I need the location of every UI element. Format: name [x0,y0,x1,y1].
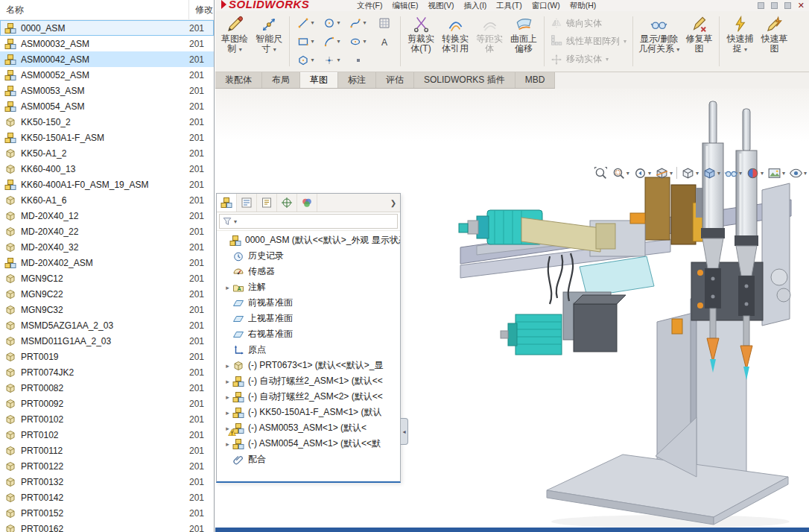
move-entities-button[interactable]: 移动实体▾ [548,51,629,69]
expand-arrow-icon[interactable]: ▸ [223,409,232,417]
dropdown-arrow-icon[interactable]: ▾ [670,170,673,177]
file-row[interactable]: PRT0019201 [0,349,214,364]
tree-item[interactable]: ▸(-) ASM0054_ASM<1> (默认<<默 [217,436,400,452]
tab-assembly[interactable]: 装配体 [215,72,262,88]
file-row[interactable]: KK60-400_13201 [0,161,214,177]
grid-hatch-tool-button[interactable] [371,13,397,32]
dropdown-arrow-icon[interactable]: ▾ [626,170,629,177]
apply-scene-button[interactable]: ▾ [767,166,785,180]
file-row[interactable]: MD-20X40_12201 [0,208,214,224]
menubar-icon[interactable] [771,2,778,9]
mirror-entities-button[interactable]: 镜向实体 [548,14,629,32]
view-orientation-button[interactable]: ▾ [681,166,699,180]
text-tool-button[interactable]: A [371,32,397,51]
menu-item[interactable]: 文件(F) [357,1,382,11]
tree-item[interactable]: ▸(-) 自动打螺丝2_ASM<1> (默认<< [217,373,400,389]
zoom-area-button[interactable]: ▾ [612,166,629,180]
tree-collapse-handle[interactable]: ◂ [401,418,408,445]
column-header-modified[interactable]: 修改 [189,4,213,16]
dropdown-arrow-icon[interactable]: ▾ [761,170,764,177]
dropdown-arrow-icon[interactable]: ▾ [606,56,609,63]
expand-arrow-icon[interactable]: ▸ [223,440,232,448]
dropdown-arrow-icon[interactable]: ▾ [363,19,366,26]
file-row[interactable]: KK50-A1_2201 [0,145,214,161]
ellipse-tool-button[interactable]: ▾ [345,32,371,51]
menu-item[interactable]: 窗口(W) [532,1,560,11]
smart-dimension-button[interactable]: 智能尺寸 ▾ [252,13,286,70]
file-row[interactable]: ASM0053_ASM201 [0,83,214,98]
menu-item[interactable]: 插入(I) [463,1,486,11]
circle-tool-button[interactable]: ▾ [319,13,345,32]
file-row[interactable]: ASM00032_ASM201 [0,36,214,51]
dropdown-arrow-icon[interactable]: ▾ [648,170,651,177]
dropdown-arrow-icon[interactable]: ▾ [337,57,340,63]
file-row[interactable]: KK50-150A1-F_ASM201 [0,130,214,145]
dropdown-arrow-icon[interactable]: ▾ [739,170,742,177]
trim-entities-button[interactable]: 剪裁实体(T) [404,13,438,70]
file-row[interactable]: PRT00132201 [0,474,214,490]
file-row[interactable]: MGN9C22201 [0,286,214,302]
tree-filter-input[interactable]: ▾ [219,214,398,229]
dropdown-arrow-icon[interactable]: ▾ [311,57,314,63]
linear-sketch-pattern-button[interactable]: 线性草图阵列▾ [548,32,629,50]
tree-item[interactable]: ▸(-) PRT0673<1> (默认<<默认>_显 [217,358,400,373]
tab-sketch[interactable]: 草图 [300,72,338,88]
rapid-sketch-button[interactable]: 快速草图 [757,13,791,70]
spline-tool-button[interactable]: ▾ [345,13,371,32]
file-row[interactable]: ASM0054_ASM201 [0,98,214,114]
section-view-button[interactable]: ▾ [655,166,673,180]
display-delete-relations-button[interactable]: 显示/删除几何关系 ▾ [636,13,682,70]
display-style-button[interactable]: ▾ [702,166,720,180]
arc-tool-button[interactable]: ▾ [319,32,345,51]
column-header-name[interactable]: 名称 [0,0,189,19]
file-row[interactable]: ASM00042_ASM201 [0,51,214,67]
dropdown-arrow-icon[interactable]: ▾ [696,170,699,177]
file-row[interactable]: KK50-150_2201 [0,114,214,130]
repair-sketch-button[interactable]: 修复草图 [682,13,716,70]
file-row[interactable]: MGN9C32201 [0,302,214,317]
rectangle-tool-button[interactable]: ▾ [293,32,319,51]
file-row[interactable]: PRT00122201 [0,458,214,474]
tree-expand-button[interactable]: ❯ [387,194,400,212]
menubar-icon[interactable] [784,2,791,9]
file-row[interactable]: MD-20X40_22201 [0,224,214,239]
featuremanager-tab[interactable] [217,194,237,212]
tree-item[interactable]: 原点 [217,342,400,358]
dropdown-arrow-icon[interactable]: ▾ [363,38,366,45]
tree-item[interactable]: ▸(-) KK50-150A1-F_ASM<1> (默认 [217,405,400,420]
dropdown-arrow-icon[interactable]: ▾ [624,38,626,45]
tree-item[interactable]: 传感器 [217,264,400,279]
close-icon[interactable]: ✕ [798,1,805,9]
file-row[interactable]: PRT00112201 [0,443,214,458]
dropdown-arrow-icon[interactable]: ▾ [311,38,314,45]
propertymanager-tab[interactable] [237,194,257,212]
file-row[interactable]: PRT00102201 [0,411,214,427]
convert-entities-button[interactable]: 转换实体引用 [438,13,472,70]
file-row[interactable]: MSMD011G1AA_2_03201 [0,333,214,349]
dropdown-arrow-icon[interactable]: ▾ [337,38,340,45]
file-row[interactable]: PRT0074JK2201 [0,364,214,380]
tab-evaluate[interactable]: 评估 [376,72,414,88]
view-settings-button[interactable]: ▾ [789,166,807,180]
tree-item[interactable]: 右视基准面 [217,326,400,342]
tab-mbd[interactable]: MBD [515,72,556,88]
menu-item[interactable]: 帮助(H) [570,1,597,11]
expand-arrow-icon[interactable]: ▸ [223,378,232,385]
menubar-icon[interactable] [758,2,764,9]
previous-view-button[interactable]: ▾ [633,166,651,180]
file-row[interactable]: KK60-400A1-F0_ASM_19_ASM201 [0,177,214,192]
file-row[interactable]: PRT00092201 [0,396,214,411]
file-row[interactable]: MD-20X40_32201 [0,239,214,255]
construction-geometry-tool-button[interactable] [345,51,371,69]
tree-item[interactable]: 前视基准面 [217,295,400,311]
dropdown-arrow-icon[interactable]: ▾ [234,218,237,225]
dropdown-arrow-icon[interactable]: ▾ [311,19,314,26]
expand-arrow-icon[interactable]: ▸ [223,284,232,291]
configurationmanager-tab[interactable] [257,194,277,212]
file-row[interactable]: MGN9C12201 [0,270,214,286]
dimxpertmanager-tab[interactable] [277,194,297,212]
menu-item[interactable]: 编辑(E) [392,1,418,11]
file-row[interactable]: PRT00082201 [0,380,214,396]
zoom-to-fit-button[interactable] [594,166,608,180]
dropdown-arrow-icon[interactable]: ▾ [337,19,340,26]
